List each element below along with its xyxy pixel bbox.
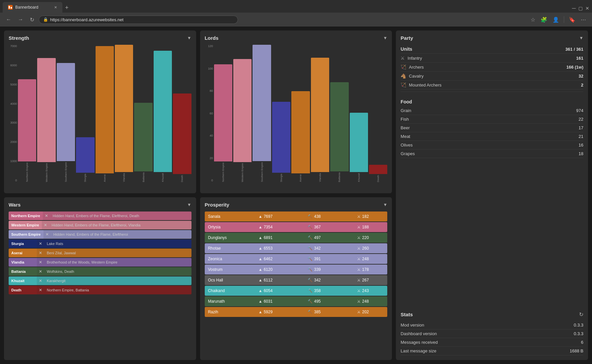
prosperity-filter-icon: ▼: [383, 202, 387, 207]
militia-value: ⚔188: [338, 225, 387, 229]
wars-faction-cell: Aserai: [9, 249, 37, 257]
profile-icon[interactable]: 👤: [551, 15, 561, 24]
troop-value: 32: [579, 74, 583, 79]
prosperity-icon: ▲: [259, 214, 262, 219]
stats-label: Mod version: [401, 323, 424, 328]
refresh-button[interactable]: ↻: [28, 15, 36, 24]
units-row: Units 361 / 361: [401, 45, 583, 54]
food-label: Meat: [401, 134, 410, 139]
strength-filter-button[interactable]: ▼: [187, 35, 191, 40]
tab-close-button[interactable]: ✕: [54, 5, 57, 10]
bar-item: Western Empire: [37, 45, 55, 182]
stats-header: Stats ↻: [401, 311, 583, 318]
wars-filter-icon: ▼: [187, 202, 191, 207]
troop-label: 🏹Archers: [401, 64, 424, 70]
bar-item: Battania: [330, 45, 348, 182]
bar-item: Sturgia: [272, 45, 290, 182]
new-tab-button[interactable]: +: [62, 4, 71, 11]
party-filter-button[interactable]: ▼: [579, 35, 583, 40]
troop-row: 🐴Cavalry32: [401, 72, 583, 81]
prosperity-filter-button[interactable]: ▼: [383, 202, 387, 207]
bar-label: Vlandia: [319, 173, 322, 182]
prosperity-value: ▲6891: [241, 235, 290, 240]
prosperity-name: Razih: [205, 310, 241, 314]
bar-item: Khuzait: [154, 45, 172, 182]
wars-enemies-cell: Beni Zilal, Jawwal: [44, 249, 191, 257]
close-window-button[interactable]: ✕: [585, 6, 589, 11]
food-row: Beer17: [401, 124, 583, 132]
militia-value: ⚔178: [338, 267, 387, 272]
bar: [134, 103, 152, 171]
bar-label: Southern Empire: [64, 162, 67, 182]
wars-icon-cell: ✕: [42, 221, 49, 229]
wars-icon-cell: ✕: [37, 276, 44, 285]
prosperity-icon: ▲: [259, 299, 262, 304]
prosperity-row: Marunath▲6031🔨495⚔248: [205, 296, 388, 306]
back-button[interactable]: ←: [4, 15, 13, 24]
bar: [369, 165, 387, 174]
extensions-icon[interactable]: 🧩: [539, 15, 549, 24]
prosperity-value: ▲6120: [241, 267, 290, 272]
wars-icon-cell: ✕: [37, 239, 44, 248]
prosperity-value: ▲7354: [241, 225, 290, 229]
tab-favicon: [8, 5, 13, 10]
wars-card: Wars ▼ Northern Empire✕Hidden Hand, Embe…: [4, 197, 196, 360]
bar-item: Southern Empire: [57, 45, 75, 182]
prosperity-value: ▲5929: [241, 310, 290, 314]
strength-chart-area: 70006000500040003000200010000Northern Em…: [9, 45, 191, 189]
bar-item: Death: [173, 45, 191, 182]
prosperity-table: Sanala▲7697🔨438⚔182Ortysia▲7354🔨367⚔188D…: [205, 212, 388, 355]
bar: [253, 45, 271, 161]
prosperity-name: Vostrum: [205, 267, 241, 272]
address-bar[interactable]: 🔒 https://bannerboard.azurewebsites.net: [39, 16, 238, 24]
hearths-value: 🔨497: [290, 235, 339, 240]
lords-filter-button[interactable]: ▼: [383, 35, 387, 40]
bar-label: Death: [181, 175, 184, 182]
prosperity-row: Chaikand▲6054🔨358⚔243: [205, 286, 388, 296]
wars-icon-cell: ✕: [43, 230, 51, 239]
minimize-button[interactable]: ─: [572, 5, 576, 11]
prosperity-icon: ▲: [259, 310, 262, 314]
militia-icon: ⚔: [357, 225, 361, 229]
tab-bar: Bannerboard ✕ + ─ ▢ ✕: [0, 0, 592, 13]
food-value: 16: [579, 143, 583, 148]
food-label: Olives: [401, 143, 412, 148]
bar-item: Death: [369, 45, 387, 182]
food-label: Fish: [401, 117, 409, 122]
wars-enemies-cell: Wolfskins, Death: [44, 267, 191, 276]
forward-button[interactable]: →: [16, 15, 25, 24]
bar-item: Western Empire: [233, 45, 252, 182]
food-label: Grapes: [401, 151, 415, 156]
troop-row: 🏹Archers166 (1w): [401, 63, 583, 72]
prosperity-row: Sanala▲7697🔨438⚔182: [205, 212, 388, 221]
wars-row: Death✕Northern Empire, Battania: [9, 286, 191, 294]
active-tab[interactable]: Bannerboard ✕: [3, 2, 62, 13]
prosperity-value: ▲6112: [241, 278, 290, 282]
food-value: 974: [576, 108, 583, 113]
strength-card: Strength ▼ 70006000500040003000200010000…: [4, 30, 196, 193]
bar-item: Vlandia: [115, 45, 133, 182]
stats-title: Stats: [401, 312, 413, 317]
prosperity-value: ▲6054: [241, 288, 290, 293]
prosperity-row: Ocs Hall▲6112🔨342⚔267: [205, 275, 388, 285]
food-row: Grain974: [401, 106, 583, 115]
stats-refresh-button[interactable]: ↻: [579, 311, 583, 318]
food-divider: [401, 91, 583, 92]
hearths-value: 🔨495: [290, 299, 339, 304]
stats-row: Dashboard version0.3.3: [401, 330, 583, 338]
collections-icon[interactable]: 🔖: [567, 15, 577, 24]
bar-label: Northern Empire: [26, 162, 29, 182]
militia-value: ⚔243: [338, 288, 387, 293]
hearths-icon: 🔨: [308, 235, 313, 240]
menu-button[interactable]: ⋯: [579, 15, 588, 24]
maximize-button[interactable]: ▢: [578, 6, 583, 11]
main-content: Strength ▼ 70006000500040003000200010000…: [0, 27, 592, 364]
wars-row: Aserai✕Beni Zilal, Jawwal: [9, 249, 191, 257]
favorites-icon[interactable]: ☆: [529, 15, 537, 24]
wars-filter-button[interactable]: ▼: [187, 202, 191, 207]
bar-label: Aserai: [103, 174, 106, 182]
prosperity-value: ▲6031: [241, 299, 290, 304]
party-filter-icon: ▼: [579, 35, 583, 40]
hearths-icon: 🔨: [308, 299, 313, 304]
prosperity-name: Sanala: [205, 214, 241, 219]
